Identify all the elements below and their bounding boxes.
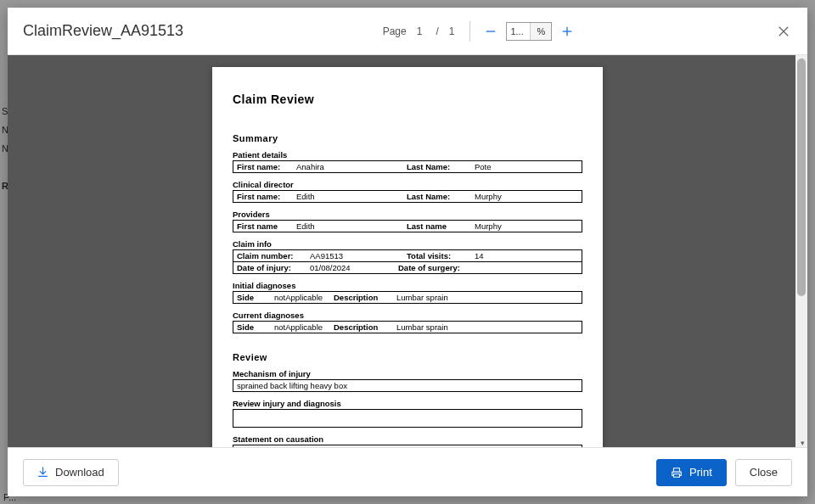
modal-header: ClaimReview_AA91513 Page 1 / 1 1... % (8, 8, 807, 55)
modal-footer: Download Print Close (8, 447, 807, 496)
download-button[interactable]: Download (23, 459, 119, 486)
side-value: notApplicable (271, 292, 330, 303)
date-of-injury-value: 01/08/2024 (306, 262, 395, 273)
last-name-label: Last name (403, 221, 471, 232)
page-separator: / (436, 25, 438, 37)
total-visits-value: 14 (471, 250, 582, 261)
zoom-unit: % (531, 23, 551, 40)
last-name-label: Last Name: (403, 161, 471, 172)
last-name-value: Pote (471, 161, 582, 172)
close-button-footer[interactable]: Close (735, 459, 792, 486)
zoom-value[interactable]: 1... (507, 23, 531, 40)
download-label: Download (55, 466, 104, 479)
last-name-label: Last Name: (403, 191, 471, 202)
download-icon (37, 467, 48, 478)
description-label: Description (330, 322, 393, 333)
patient-details-heading: Patient details (233, 150, 582, 160)
zoom-out-button[interactable] (482, 23, 499, 40)
description-value: Lumbar sprain (393, 292, 582, 303)
page-label: Page (383, 25, 407, 37)
date-of-surgery-label: Date of surgery: (395, 262, 480, 273)
first-name-value: Edith (293, 191, 403, 202)
total-visits-label: Total visits: (403, 250, 471, 261)
current-diagnoses-table: Side notApplicable Description Lumbar sp… (233, 321, 582, 333)
summary-heading: Summary (233, 133, 582, 143)
pdf-preview-modal: ClaimReview_AA91513 Page 1 / 1 1... % Cl… (8, 8, 807, 496)
providers-table: First name Edith Last name Murphy (233, 220, 582, 232)
first-name-label: First name: (233, 161, 293, 172)
claim-table: Claim number: AA91513 Total visits: 14 D… (233, 249, 582, 274)
first-name-label: First name (233, 221, 293, 232)
document-page: Claim Review Summary Patient details Fir… (212, 67, 603, 447)
plus-icon (561, 25, 573, 37)
soc-heading: Statement on causation (233, 434, 582, 444)
date-of-surgery-value (480, 262, 582, 273)
soc-value (233, 445, 582, 447)
claim-number-label: Claim number: (233, 250, 306, 261)
description-label: Description (330, 292, 393, 303)
document-title: ClaimReview_AA91513 (23, 22, 183, 40)
scrollbar[interactable]: ▴ ▾ (795, 55, 807, 447)
last-name-value: Murphy (471, 221, 582, 232)
first-name-value: Anahira (293, 161, 403, 172)
initial-diagnoses-table: Side notApplicable Description Lumbar sp… (233, 291, 582, 304)
doc-heading: Claim Review (233, 92, 582, 106)
document-viewer[interactable]: Claim Review Summary Patient details Fir… (8, 55, 807, 447)
first-name-value: Edith (293, 221, 403, 232)
clinical-director-heading: Clinical director (233, 180, 582, 189)
side-value: notApplicable (271, 322, 330, 333)
providers-heading: Providers (233, 210, 582, 219)
claim-info-heading: Claim info (233, 239, 582, 249)
close-icon (778, 25, 790, 37)
close-label: Close (750, 466, 778, 479)
print-button[interactable]: Print (656, 459, 727, 486)
last-name-value: Murphy (471, 191, 582, 202)
header-controls: Page 1 / 1 1... % (183, 21, 775, 42)
side-label: Side (233, 292, 271, 303)
date-of-injury-label: Date of injury: (233, 262, 306, 273)
print-label: Print (689, 466, 712, 479)
page-current: 1 (417, 25, 423, 37)
current-diagnoses-heading: Current diagnoses (233, 311, 582, 320)
page-total: 1 (449, 25, 455, 37)
scrollbar-thumb[interactable] (797, 59, 806, 296)
description-value: Lumbar sprain (393, 322, 582, 333)
first-name-label: First name: (233, 191, 293, 202)
moi-heading: Mechanism of injury (233, 369, 582, 378)
close-button[interactable] (775, 23, 792, 40)
separator (469, 21, 470, 42)
review-heading: Review (233, 352, 582, 362)
director-table: First name: Edith Last Name: Murphy (233, 190, 582, 203)
rid-heading: Review injury and diagnosis (233, 399, 582, 408)
zoom-in-button[interactable] (559, 23, 576, 40)
scroll-down-icon[interactable]: ▾ (801, 439, 805, 447)
side-label: Side (233, 322, 271, 333)
rid-value (233, 409, 582, 428)
print-icon (671, 467, 683, 479)
patient-table: First name: Anahira Last Name: Pote (233, 160, 582, 173)
moi-value: sprained back lifting heavy box (233, 379, 582, 392)
claim-number-value: AA91513 (306, 250, 403, 261)
initial-diagnoses-heading: Initial diagnoses (233, 281, 582, 290)
minus-icon (485, 25, 497, 37)
zoom-input-group[interactable]: 1... % (506, 22, 552, 41)
